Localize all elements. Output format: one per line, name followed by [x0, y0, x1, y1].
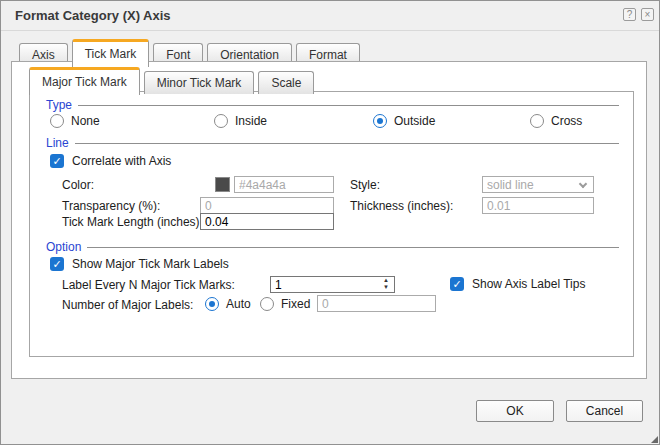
show-axis-label-tips-checkbox[interactable]: ✓ Show Axis Label Tips — [450, 276, 585, 292]
dialog-title: Format Category (X) Axis — [15, 1, 171, 30]
checkbox-checked-icon: ✓ — [50, 257, 64, 271]
line-group-header: Line — [46, 136, 619, 150]
sub-tabs: Major Tick Mark Minor Tick Mark Scale — [29, 67, 318, 94]
ok-button[interactable]: OK — [476, 400, 554, 422]
option-group-header: Option — [46, 240, 619, 254]
checkbox-checked-icon: ✓ — [50, 154, 64, 168]
radio-icon — [260, 297, 274, 311]
number-of-major-labels-label: Number of Major Labels: — [62, 298, 193, 312]
divider — [78, 105, 619, 106]
correlate-with-axis-checkbox[interactable]: ✓ Correlate with Axis — [50, 153, 171, 169]
chevron-down-icon — [579, 180, 587, 188]
label-every-n-stepper[interactable]: ▲ ▼ — [270, 276, 395, 293]
subtab-major-tick-mark[interactable]: Major Tick Mark — [29, 67, 140, 95]
format-axis-dialog: Format Category (X) Axis ? × Axis Tick M… — [0, 0, 660, 445]
checkbox-checked-icon: ✓ — [450, 277, 464, 291]
tick-mark-length-input[interactable] — [200, 213, 334, 230]
style-dropdown[interactable]: solid line — [482, 176, 594, 193]
radio-type-outside[interactable]: Outside — [373, 113, 435, 129]
style-dropdown-value: solid line — [487, 178, 534, 192]
resize-grip[interactable] — [651, 436, 658, 443]
radio-label: Fixed — [281, 297, 310, 311]
color-label: Color: — [62, 178, 94, 192]
radio-icon — [50, 114, 64, 128]
radio-selected-icon — [205, 297, 219, 311]
checkbox-label: Show Axis Label Tips — [472, 277, 585, 291]
spinner-arrows-icon[interactable]: ▲ ▼ — [381, 277, 391, 292]
radio-icon — [530, 114, 544, 128]
option-group-label: Option — [46, 240, 87, 254]
radio-label: Auto — [226, 297, 251, 311]
help-icon[interactable]: ? — [623, 8, 636, 21]
checkbox-label: Show Major Tick Mark Labels — [72, 257, 229, 271]
radio-type-inside[interactable]: Inside — [214, 113, 267, 129]
type-group-label: Type — [46, 98, 78, 112]
line-group-label: Line — [46, 136, 75, 150]
color-swatch — [215, 177, 230, 192]
show-major-tick-mark-labels-checkbox[interactable]: ✓ Show Major Tick Mark Labels — [50, 256, 229, 272]
subtab-scale[interactable]: Scale — [258, 71, 314, 94]
fixed-value-input[interactable] — [317, 295, 436, 312]
radio-auto[interactable]: Auto — [205, 296, 251, 312]
transparency-input[interactable] — [200, 197, 334, 214]
radio-label: None — [71, 114, 100, 128]
label-every-n-input[interactable] — [271, 277, 394, 292]
thickness-label: Thickness (inches): — [350, 199, 453, 213]
tick-mark-length-label: Tick Mark Length (inches): — [62, 215, 203, 229]
type-group-header: Type — [46, 98, 619, 112]
checkbox-label: Correlate with Axis — [72, 154, 171, 168]
subtab-minor-tick-mark[interactable]: Minor Tick Mark — [144, 71, 255, 94]
radio-icon — [214, 114, 228, 128]
cancel-button[interactable]: Cancel — [566, 400, 643, 422]
style-label: Style: — [350, 178, 380, 192]
radio-label: Outside — [394, 114, 435, 128]
radio-fixed[interactable]: Fixed — [260, 296, 310, 312]
radio-label: Cross — [551, 114, 582, 128]
divider — [75, 143, 619, 144]
tab-tick-mark[interactable]: Tick Mark — [72, 39, 150, 67]
major-tick-mark-panel: Type None Inside Outside Cross Line ✓ Co… — [29, 91, 634, 357]
radio-label: Inside — [235, 114, 267, 128]
close-icon[interactable]: × — [641, 8, 654, 21]
titlebar: Format Category (X) Axis ? × — [1, 1, 659, 31]
radio-type-cross[interactable]: Cross — [530, 113, 582, 129]
divider — [87, 247, 619, 248]
thickness-input[interactable] — [482, 197, 594, 214]
label-every-n-label: Label Every N Major Tick Marks: — [62, 278, 235, 292]
color-hex-input[interactable] — [234, 176, 334, 193]
radio-type-none[interactable]: None — [50, 113, 100, 129]
transparency-label: Transparency (%): — [62, 199, 160, 213]
radio-selected-icon — [373, 114, 387, 128]
